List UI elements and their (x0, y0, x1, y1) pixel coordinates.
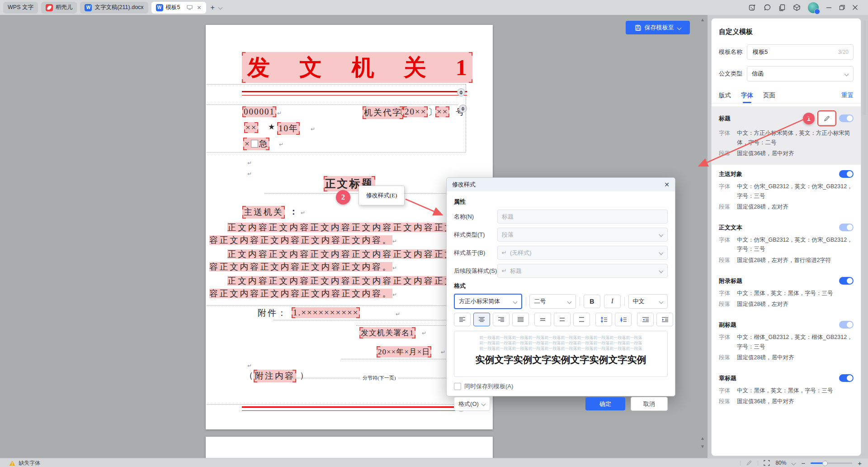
year-field[interactable]: 20×× (403, 106, 428, 117)
style-card-subtitle[interactable]: 副标题 字体中文：楷体_GB2312，英文：楷体_GB2312，字号：三号 段落… (712, 315, 861, 369)
cancel-button[interactable]: 取消 (631, 397, 668, 411)
edit-style-pencil-button[interactable] (819, 112, 835, 125)
tab-font[interactable]: 字体 (741, 88, 753, 103)
reset-link[interactable]: 重置 (841, 91, 854, 100)
zoom-out-button[interactable]: − (801, 459, 805, 467)
fit-screen-icon[interactable] (764, 460, 770, 466)
doc-number-field[interactable]: 000001 (242, 106, 276, 117)
zoom-level-value[interactable]: 80% (775, 460, 786, 466)
save-to-template-checkbox[interactable] (454, 383, 461, 390)
align-right-button[interactable] (493, 313, 509, 326)
style-based-on-row: 样式基于(B) ↵ (无样式) (454, 246, 668, 260)
tab-page[interactable]: 页面 (763, 88, 775, 103)
font-family-select[interactable]: 方正小标宋简体 (454, 294, 522, 309)
user-avatar[interactable] (808, 2, 819, 13)
doc-next-page-arrow[interactable]: ▼ (700, 444, 705, 449)
signature-field[interactable]: 发文机关署名1 (359, 327, 415, 338)
secret-level-field[interactable]: ×× (244, 122, 258, 133)
new-tab-button[interactable]: + (211, 4, 215, 12)
tab-label: WPS 文字 (8, 4, 33, 11)
paragraph-field[interactable]: 正文内容正文内容正文内容正文内容正文内容正文内容正文内容正文内容正文内容正文内容… (209, 249, 465, 272)
note-field[interactable]: 附注内容 (254, 370, 296, 382)
pen-mode-icon[interactable] (746, 460, 752, 466)
title-style-toggle[interactable] (839, 114, 854, 122)
close-window-button[interactable] (852, 5, 858, 10)
style-card-appendix-title[interactable]: 附录标题 字体中文：黑体，英文：黑体，字号：三号 段落固定值28磅，左对齐 (712, 272, 861, 315)
increase-paragraph-spacing-button[interactable] (595, 313, 612, 326)
issuing-agency-title-field[interactable]: 发 文 机 关 1 (242, 52, 472, 83)
format-menu-button[interactable]: 格式(O) (454, 397, 490, 411)
recipient-style-toggle[interactable] (839, 170, 854, 178)
ok-button[interactable]: 确定 (585, 397, 625, 410)
close-tab-icon[interactable]: ✕ (197, 5, 202, 11)
secret-term-field[interactable]: 10年 (277, 122, 300, 135)
restore-window-button[interactable] (839, 5, 845, 10)
zoom-slider-handle[interactable] (822, 461, 828, 466)
doc-prev-page-arrow[interactable]: ▲ (700, 436, 705, 441)
doc-scroll-up-arrow[interactable]: ▲ (700, 17, 705, 22)
minimize-button[interactable] (826, 5, 832, 10)
zoom-in-button[interactable]: + (858, 459, 862, 467)
date-field[interactable]: 20××年×月×日 (377, 346, 431, 357)
line-adjust-handle[interactable] (457, 88, 465, 96)
style-card-chapter-title[interactable]: 章标题 字体中文：黑体，英文：黑体，字号：三号 段落固定值36磅，居中对齐 (712, 369, 861, 413)
urgency-field[interactable]: ×急 (243, 138, 269, 150)
zoom-chevron-icon[interactable] (792, 461, 796, 465)
paragraph-field[interactable]: 正文内容正文内容正文内容正文内容正文内容正文内容正文内容正文内容正文内容正文内容… (209, 276, 465, 298)
pages-copy-icon[interactable] (778, 4, 786, 11)
divider (526, 297, 526, 306)
bold-button[interactable]: B (584, 295, 600, 308)
dialog-close-icon[interactable]: ✕ (664, 181, 670, 188)
align-left-button[interactable] (454, 313, 471, 326)
paragraph-mark: ↵ (247, 160, 252, 166)
tab-layout[interactable]: 版式 (719, 88, 731, 103)
card-title: 章标题 (719, 374, 736, 382)
tab-list-chevron-icon[interactable] (218, 5, 222, 10)
feedback-chat-icon[interactable] (764, 4, 771, 11)
font-size-select[interactable]: 二号 (529, 294, 576, 309)
tab-docer[interactable]: 稻壳儿 (41, 2, 77, 14)
decrease-indent-button[interactable] (637, 313, 654, 326)
tab-wps-home[interactable]: WPS 文字 (3, 2, 38, 14)
style-card-body-text[interactable]: 正文文本 字体中文：仿宋_GB2312，英文：仿宋_GB2312，字号：三号 段… (712, 218, 861, 272)
zoom-slider[interactable] (811, 462, 852, 464)
paragraph-field[interactable]: 正文内容正文内容正文内容正文内容正文内容正文内容正文内容正文内容正文内容正文内容… (209, 223, 465, 245)
divider (624, 297, 625, 306)
modify-style-context-menu-item[interactable]: 修改样式(E) (359, 186, 405, 205)
ai-assistant-icon[interactable] (749, 4, 756, 11)
document-type-select[interactable]: 信函 (747, 66, 854, 81)
line-spacing-single-button[interactable] (534, 313, 551, 326)
style-card-title[interactable]: 标题 1 字体中文：方正小标宋简体，英文：方正小标宋简体，字号：二号 段落固定值… (712, 106, 861, 165)
chevron-down-icon (677, 26, 681, 30)
tab-template5-active[interactable]: W 模板5 ✕ (151, 2, 206, 14)
increase-indent-button[interactable] (656, 313, 673, 326)
line-spacing-15-button[interactable] (554, 313, 571, 326)
attachment-field[interactable]: 1.×××××××××× (292, 307, 360, 318)
save-template-button[interactable]: 保存模板至 (626, 21, 690, 34)
template-name-input[interactable] (752, 48, 835, 56)
tab-document-docx[interactable]: W 文字文稿(211).docx (80, 2, 148, 14)
missing-font-status[interactable]: 缺失字体 (19, 459, 40, 467)
align-center-button[interactable] (473, 313, 490, 326)
recipient-field[interactable]: 主送机关 (242, 206, 285, 219)
body-text-style-toggle[interactable] (839, 224, 854, 231)
italic-button[interactable]: I (604, 295, 621, 308)
subtitle-style-toggle[interactable] (839, 321, 854, 329)
language-select[interactable]: 中文 (628, 294, 668, 309)
card-title: 正文文本 (719, 224, 742, 232)
style-based-on-select: ↵ (无样式) (497, 246, 668, 260)
member-badge (814, 9, 820, 14)
appendix-title-style-toggle[interactable] (839, 277, 854, 285)
align-justify-button[interactable] (512, 313, 529, 326)
decrease-paragraph-spacing-button[interactable] (615, 313, 632, 326)
template-name-inputbox[interactable]: 3/20 (747, 44, 854, 60)
style-card-recipient[interactable]: 主送对象 字体中文：仿宋_GB2312，英文：仿宋_GB2312，字号：三号 段… (712, 165, 861, 218)
dialog-titlebar[interactable]: 修改样式 ✕ (447, 178, 675, 191)
line-spacing-double-button[interactable] (573, 313, 590, 326)
sidebar-scrollbar-thumb[interactable] (863, 20, 866, 115)
issue-number-field[interactable]: ×× (435, 106, 449, 117)
document-page-2[interactable] (206, 437, 493, 458)
app-box-icon[interactable] (793, 4, 801, 11)
body-paragraphs[interactable]: 正文内容正文内容正文内容正文内容正文内容正文内容正文内容正文内容正文内容正文内容… (209, 221, 465, 301)
chapter-title-style-toggle[interactable] (839, 374, 854, 382)
